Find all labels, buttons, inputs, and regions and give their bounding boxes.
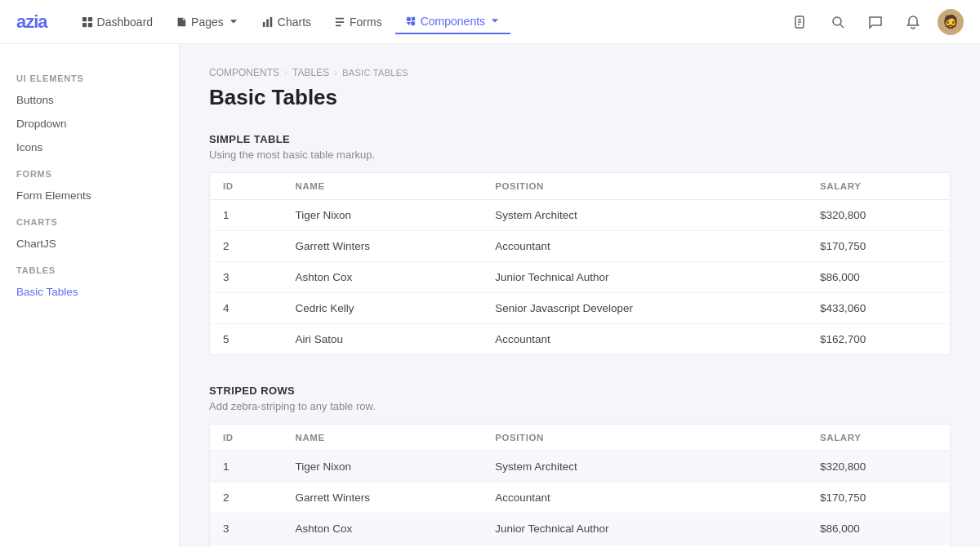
nav-pages[interactable]: Pages (166, 11, 249, 33)
table-row: 5Airi SatouAccountant$162,700 (210, 324, 950, 355)
table-cell-salary: $170,750 (807, 483, 950, 514)
table-row: 4Cedric KellySenior Javascript Developer… (210, 545, 950, 548)
table-cell-position: Senior Javascript Developer (482, 545, 807, 548)
svg-rect-12 (412, 16, 415, 20)
table-cell-position: Junior Technical Author (482, 262, 807, 293)
simple-col-name: NAME (283, 173, 483, 200)
table-cell-id: 4 (210, 545, 283, 548)
striped-col-salary: SALARY (807, 425, 950, 451)
sidebar-section-title-charts: CHARTS (0, 207, 179, 232)
svg-rect-7 (336, 17, 345, 19)
table-cell-id: 2 (210, 231, 283, 262)
dashboard-icon (82, 16, 93, 28)
table-cell-name: Ashton Cox (283, 262, 483, 293)
main-content: COMPONENTS › TABLES › BASIC TABLES Basic… (180, 44, 980, 547)
breadcrumb-sep-1: › (284, 67, 287, 78)
sidebar-item-icons[interactable]: Icons (0, 136, 179, 159)
table-cell-id: 4 (210, 293, 283, 324)
breadcrumb-tables: TABLES (292, 67, 329, 78)
table-cell-position: Accountant (482, 324, 807, 355)
table-cell-name: Tiger Nixon (283, 200, 483, 231)
simple-col-salary: SALARY (807, 173, 950, 200)
nav-dashboard-label: Dashboard (97, 16, 154, 29)
nav-charts[interactable]: Charts (252, 11, 321, 33)
svg-rect-5 (266, 19, 269, 27)
table-cell-salary: $170,750 (807, 231, 950, 262)
sidebar-section-tables: TABLES Basic Tables (0, 256, 179, 304)
striped-table: ID NAME POSITION SALARY 1Tiger NixonSyst… (210, 425, 950, 547)
sidebar-item-basic-tables[interactable]: Basic Tables (0, 280, 179, 304)
svg-line-19 (840, 24, 844, 28)
table-row: 3Ashton CoxJunior Technical Author$86,00… (210, 514, 950, 545)
striped-col-id: ID (210, 425, 283, 451)
table-cell-salary: $86,000 (807, 514, 950, 545)
table-cell-position: Senior Javascript Developer (482, 293, 807, 324)
svg-rect-0 (82, 16, 86, 20)
nav-links: Dashboard Pages Charts Forms Components (72, 10, 787, 34)
search-icon-button[interactable] (825, 9, 851, 35)
sidebar-item-form-elements[interactable]: Form Elements (0, 184, 179, 207)
svg-rect-2 (82, 22, 86, 26)
breadcrumb-components: COMPONENTS (209, 67, 279, 78)
striped-table-section: STRIPED ROWS Add zebra-striping to any t… (209, 385, 951, 547)
user-avatar[interactable]: 🧔 (938, 9, 964, 35)
forms-icon (334, 16, 345, 28)
table-cell-position: System Architect (482, 451, 807, 483)
simple-table-section: SIMPLE TABLE Using the most basic table … (209, 133, 951, 355)
chat-icon-button[interactable] (862, 9, 889, 35)
table-cell-id: 1 (210, 200, 283, 231)
table-cell-name: Ashton Cox (283, 514, 483, 545)
simple-col-id: ID (210, 173, 283, 200)
sidebar-section-title-ui-elements: UI ELEMENTS (0, 64, 179, 88)
table-cell-name: Garrett Winters (283, 231, 483, 262)
table-cell-id: 2 (210, 483, 283, 514)
sidebar-item-dropdown[interactable]: Dropdown (0, 112, 179, 136)
simple-table: ID NAME POSITION SALARY 1Tiger NixonSyst… (210, 173, 950, 354)
table-cell-name: Tiger Nixon (283, 451, 483, 483)
table-cell-id: 3 (210, 262, 283, 293)
table-cell-salary: $320,800 (807, 451, 950, 483)
breadcrumb-basic-tables: BASIC TABLES (342, 68, 408, 78)
app-layout: UI ELEMENTS Buttons Dropdown Icons FORMS… (0, 44, 980, 547)
nav-pages-label: Pages (191, 16, 224, 29)
nav-forms[interactable]: Forms (324, 11, 392, 33)
svg-point-10 (406, 16, 410, 20)
svg-rect-9 (336, 24, 341, 26)
sidebar-section-charts: CHARTS ChartJS (0, 207, 179, 256)
table-cell-id: 5 (210, 324, 283, 355)
striped-table-section-title: STRIPED ROWS (209, 385, 951, 397)
table-cell-position: Junior Technical Author (482, 514, 807, 545)
svg-rect-4 (263, 22, 265, 27)
sidebar-section-forms: FORMS Form Elements (0, 159, 179, 207)
brand-logo[interactable]: azia (16, 11, 47, 33)
striped-table-section-desc: Add zebra-striping to any table row. (209, 400, 951, 412)
table-row: 2Garrett WintersAccountant$170,750 (210, 483, 950, 514)
sidebar-item-buttons[interactable]: Buttons (0, 88, 179, 112)
table-cell-position: Accountant (482, 231, 807, 262)
striped-col-name: NAME (283, 425, 483, 451)
document-icon-button[interactable] (787, 9, 813, 35)
table-cell-salary: $433,060 (807, 545, 950, 548)
table-cell-name: Cedric Kelly (283, 293, 483, 324)
svg-rect-1 (87, 16, 91, 20)
nav-components[interactable]: Components (395, 10, 510, 34)
table-cell-salary: $433,060 (807, 293, 950, 324)
table-cell-salary: $162,700 (807, 324, 950, 355)
nav-charts-label: Charts (278, 16, 311, 29)
table-cell-name: Airi Satou (283, 324, 483, 355)
simple-table-section-title: SIMPLE TABLE (209, 133, 951, 145)
table-row: 4Cedric KellySenior Javascript Developer… (210, 293, 950, 324)
notification-icon-button[interactable] (900, 9, 926, 35)
sidebar-item-chartjs[interactable]: ChartJS (0, 232, 179, 256)
nav-dashboard[interactable]: Dashboard (72, 11, 163, 33)
simple-col-position: POSITION (482, 173, 807, 200)
table-cell-salary: $320,800 (807, 200, 950, 231)
charts-icon (262, 16, 274, 28)
table-cell-name: Cedric Kelly (283, 545, 483, 548)
table-cell-id: 1 (210, 451, 283, 483)
table-row: 3Ashton CoxJunior Technical Author$86,00… (210, 262, 950, 293)
striped-table-wrap: ID NAME POSITION SALARY 1Tiger NixonSyst… (209, 424, 951, 547)
svg-point-18 (833, 17, 841, 25)
striped-table-header-row: ID NAME POSITION SALARY (210, 425, 950, 451)
svg-rect-8 (336, 21, 345, 23)
